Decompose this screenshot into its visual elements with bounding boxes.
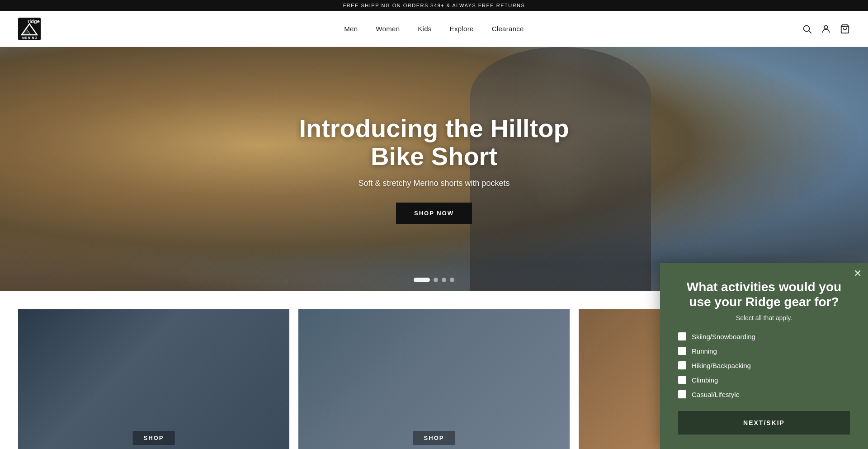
activity-running-label: Running	[692, 347, 717, 355]
activity-climbing[interactable]: Climbing	[678, 376, 850, 384]
logo-icon: MERINO ridge	[18, 18, 41, 40]
nav-men[interactable]: Men	[344, 25, 358, 33]
activity-casual[interactable]: Casual/Lifestyle	[678, 390, 850, 398]
shop-card-1[interactable]: SHOP	[18, 309, 289, 449]
carousel-dot-2[interactable]	[434, 278, 438, 282]
hero-section: Introducing the Hilltop Bike Short Soft …	[0, 47, 868, 291]
svg-text:ridge: ridge	[28, 19, 40, 24]
activity-casual-label: Casual/Lifestyle	[692, 391, 740, 398]
search-icon[interactable]	[802, 24, 812, 34]
nav-explore[interactable]: Explore	[450, 25, 474, 33]
banner-text: FREE SHIPPING ON ORDERS $49+ & ALWAYS FR…	[343, 3, 525, 8]
header-icons	[802, 24, 850, 34]
activities-modal: ✕ What activities would you use your Rid…	[660, 263, 868, 449]
svg-line-6	[809, 31, 811, 33]
activity-climbing-label: Climbing	[692, 376, 718, 384]
header: MERINO ridge Men Women Kids Explore Clea…	[0, 11, 868, 47]
checkbox-hiking[interactable]	[678, 361, 686, 369]
carousel-dot-3[interactable]	[442, 278, 446, 282]
activity-running[interactable]: Running	[678, 347, 850, 355]
cart-icon[interactable]	[840, 24, 850, 34]
carousel-dot-1[interactable]	[414, 278, 430, 282]
activity-hiking-label: Hiking/Backpacking	[692, 362, 751, 369]
carousel-dot-4[interactable]	[450, 278, 454, 282]
hero-content: Introducing the Hilltop Bike Short Soft …	[276, 114, 592, 223]
hero-cta-button[interactable]: SHOP NOW	[396, 203, 472, 224]
checkbox-casual[interactable]	[678, 390, 686, 398]
modal-title: What activities would you use your Ridge…	[678, 279, 850, 310]
hero-title: Introducing the Hilltop Bike Short	[285, 114, 583, 170]
nav-clearance[interactable]: Clearance	[492, 25, 524, 33]
checkbox-skiing[interactable]	[678, 332, 686, 340]
shop-card-2-label: SHOP	[413, 431, 455, 445]
checkbox-running[interactable]	[678, 347, 686, 355]
logo[interactable]: MERINO ridge	[18, 18, 41, 40]
modal-subtitle: Select all that apply.	[678, 314, 850, 321]
nav-kids[interactable]: Kids	[418, 25, 431, 33]
checkbox-climbing[interactable]	[678, 376, 686, 384]
activity-skiing-label: Skiing/Snowboarding	[692, 333, 755, 340]
account-icon[interactable]	[821, 24, 831, 34]
activity-skiing[interactable]: Skiing/Snowboarding	[678, 332, 850, 340]
modal-close-button[interactable]: ✕	[854, 269, 862, 279]
shop-card-1-label: SHOP	[133, 431, 175, 445]
shop-card-2[interactable]: SHOP	[298, 309, 570, 449]
svg-point-7	[824, 25, 827, 28]
activities-checkbox-group: Skiing/Snowboarding Running Hiking/Backp…	[678, 332, 850, 398]
nav-women[interactable]: Women	[376, 25, 400, 33]
main-nav: Men Women Kids Explore Clearance	[344, 25, 524, 33]
activity-hiking[interactable]: Hiking/Backpacking	[678, 361, 850, 369]
modal-next-skip-button[interactable]: NEXT/SKIP	[678, 411, 850, 435]
svg-text:MERINO: MERINO	[22, 36, 38, 39]
svg-point-5	[804, 25, 810, 31]
carousel-dots	[414, 278, 454, 282]
top-banner: FREE SHIPPING ON ORDERS $49+ & ALWAYS FR…	[0, 0, 868, 11]
hero-subtitle: Soft & stretchy Merino shorts with pocke…	[285, 179, 583, 188]
